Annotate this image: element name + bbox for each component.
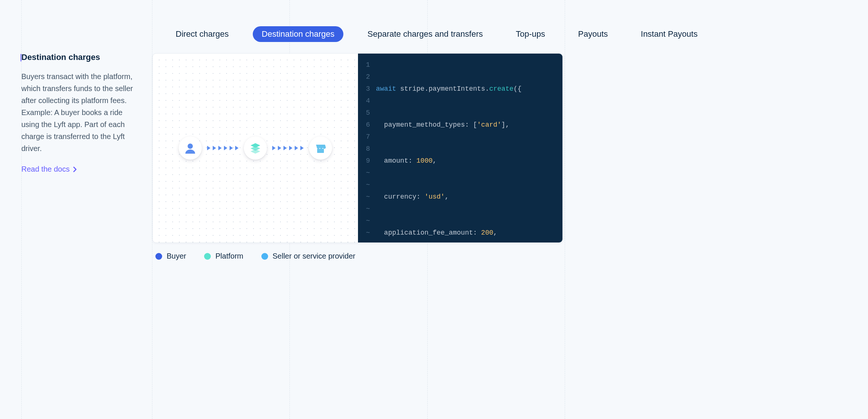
legend-item-platform: Platform (204, 252, 243, 260)
legend-item-seller: Seller or service provider (261, 252, 355, 260)
line-number: 4 (358, 95, 370, 107)
storefront-icon (314, 142, 327, 154)
legend-dot-icon (204, 253, 211, 260)
line-number: 9 (358, 155, 370, 167)
line-number: ~ (358, 191, 370, 203)
tabs: Direct charges Destination charges Separ… (152, 26, 868, 42)
line-number: 6 (358, 119, 370, 131)
flow-arrows (272, 146, 304, 150)
line-number: ~ (358, 227, 370, 239)
code-content[interactable]: await stripe.paymentIntents.create({ pay… (376, 59, 562, 237)
node-buyer (179, 136, 202, 160)
sidebar-accent (21, 54, 21, 61)
line-number: 3 (358, 83, 370, 95)
tab-top-ups[interactable]: Top-ups (507, 26, 554, 42)
user-icon (184, 142, 197, 154)
sidebar-description: Buyers transact with the platform, which… (21, 70, 137, 154)
tab-instant-payouts[interactable]: Instant Payouts (632, 26, 707, 42)
flow-diagram (179, 136, 332, 160)
tab-destination-charges[interactable]: Destination charges (253, 26, 343, 42)
diagram-pane (153, 54, 358, 242)
line-number: ~ (358, 167, 370, 179)
read-the-docs-link[interactable]: Read the docs (21, 165, 77, 174)
svg-point-0 (188, 144, 193, 149)
legend-item-buyer: Buyer (155, 252, 186, 260)
tab-separate-charges[interactable]: Separate charges and transfers (358, 26, 492, 42)
line-number: ~ (358, 203, 370, 215)
legend-label: Platform (215, 252, 243, 260)
legend: Buyer Platform Seller or service provide… (152, 243, 868, 260)
legend-dot-icon (155, 253, 162, 260)
line-number: ~ (358, 179, 370, 191)
legend-label: Buyer (167, 252, 186, 260)
line-number: 1 (358, 59, 370, 71)
code-pane: 1 2 3 4 5 6 7 8 9 ~ ~ ~ ~ ~ ~ aw (358, 54, 562, 242)
line-number: ~ (358, 215, 370, 227)
flow-arrows (207, 146, 239, 150)
svg-rect-1 (317, 149, 324, 153)
sidebar-title: Destination charges (21, 52, 137, 62)
read-the-docs-label: Read the docs (21, 165, 70, 174)
sidebar: Destination charges Buyers transact with… (21, 0, 152, 260)
tab-payouts[interactable]: Payouts (569, 26, 617, 42)
tab-direct-charges[interactable]: Direct charges (167, 26, 238, 42)
line-number: 5 (358, 107, 370, 119)
layers-icon (249, 142, 262, 154)
node-seller (309, 136, 332, 160)
legend-label: Seller or service provider (273, 252, 355, 260)
content-panel: 1 2 3 4 5 6 7 8 9 ~ ~ ~ ~ ~ ~ aw (152, 53, 563, 243)
chevron-right-icon (73, 166, 77, 172)
node-platform (244, 136, 267, 160)
main: Direct charges Destination charges Separ… (152, 0, 868, 260)
line-number: 7 (358, 131, 370, 143)
legend-dot-icon (261, 253, 268, 260)
line-number: 2 (358, 71, 370, 83)
code-gutter: 1 2 3 4 5 6 7 8 9 ~ ~ ~ ~ ~ ~ (358, 59, 376, 237)
line-number: 8 (358, 143, 370, 155)
